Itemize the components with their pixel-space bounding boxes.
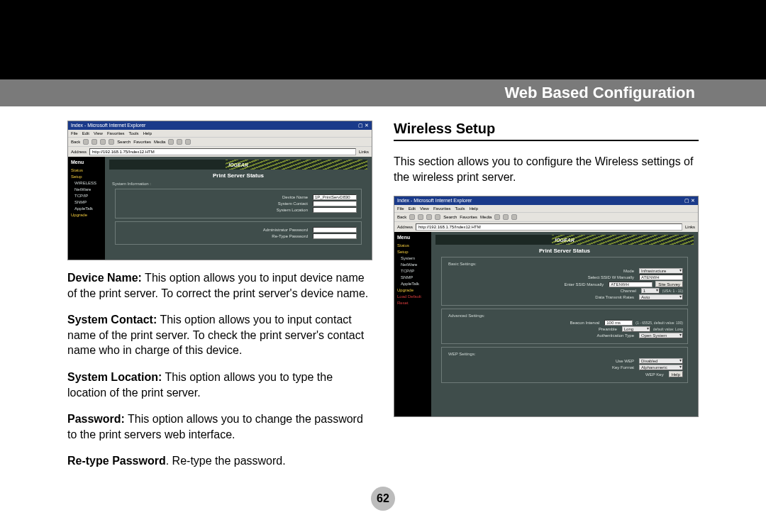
webpage-body: Menu Status Setup WIRELESS NetWare TCP/I…	[68, 157, 372, 260]
sidebar-snmp-r[interactable]: SNMP	[397, 275, 428, 279]
menu-favorites-r[interactable]: Favorites	[433, 206, 451, 211]
menu-file[interactable]: File	[71, 131, 78, 135]
right-column: Wireless Setup This section allows you t…	[394, 121, 699, 511]
site-survey-button[interactable]: Site Survey	[655, 281, 683, 287]
iogear-logo-r: IOGEAR	[435, 235, 694, 245]
select-mode[interactable]: Infrastructure	[639, 268, 683, 274]
wep-key-help-button[interactable]: Help	[669, 371, 683, 377]
toolbar-search-r[interactable]: Search	[443, 215, 457, 219]
toolbar-history-icon[interactable]	[168, 139, 174, 145]
select-key-format[interactable]: Alphanumeric	[639, 365, 683, 370]
sidebar-wireless[interactable]: WIRELESS	[71, 181, 102, 185]
system-information-fieldset: Device Name 1P_PrintServD830 System Cont…	[115, 189, 362, 218]
toolbar-mail-icon[interactable]	[177, 139, 182, 145]
links-label[interactable]: Links	[359, 150, 369, 154]
left-column: Index - Microsoft Internet Explorer ▢ ✕ …	[67, 121, 372, 511]
browser-titlebar: Index - Microsoft Internet Explorer ▢ ✕	[68, 121, 372, 130]
input-beacon-interval[interactable]: 100 ms	[604, 320, 633, 326]
select-preamble[interactable]: Long	[622, 326, 650, 332]
system-information-label: System Information :	[112, 182, 367, 186]
toolbar-home-icon-r[interactable]	[435, 214, 440, 220]
advanced-settings-label: Advanced Settings:	[446, 314, 487, 318]
toolbar-refresh-icon-r[interactable]	[426, 214, 432, 220]
toolbar-home-icon[interactable]	[109, 139, 114, 145]
toolbar-history-icon-r[interactable]	[494, 214, 500, 220]
toolbar-media-r[interactable]: Media	[480, 215, 492, 219]
toolbar-media[interactable]: Media	[154, 140, 165, 144]
label-channel: Channel	[446, 289, 638, 293]
toolbar-print-icon[interactable]	[185, 139, 191, 145]
input-device-name[interactable]: 1P_PrintServD830	[313, 194, 357, 200]
label-system-location: System Location	[120, 208, 310, 212]
sidebar-appletalk[interactable]: AppleTalk	[71, 206, 102, 211]
menu-edit[interactable]: Edit	[82, 131, 89, 135]
input-select-ssid[interactable]: ATENWH	[639, 275, 683, 280]
input-admin-password[interactable]	[313, 227, 357, 233]
menu-help[interactable]: Help	[143, 131, 152, 135]
menu-file-r[interactable]: File	[397, 206, 404, 211]
input-system-location[interactable]	[313, 207, 357, 213]
toolbar-search[interactable]: Search	[117, 140, 131, 144]
row-admin-password: Administrator Password	[120, 227, 357, 233]
sidebar-system-r[interactable]: System	[397, 256, 428, 260]
row-retype-password: Re-Type Password	[120, 233, 357, 239]
input-system-contact[interactable]	[313, 201, 357, 206]
links-label-r[interactable]: Links	[685, 225, 695, 229]
menu-view[interactable]: View	[94, 131, 103, 135]
toolbar-mail-icon-r[interactable]	[503, 214, 509, 220]
address-label: Address	[71, 150, 87, 154]
label-key-format: Key Format	[446, 365, 636, 370]
sidebar-upgrade[interactable]: Upgrade	[71, 213, 102, 217]
toolbar-forward-icon[interactable]	[83, 139, 89, 145]
toolbar-forward-icon-r[interactable]	[409, 214, 415, 220]
toolbar-refresh-icon[interactable]	[100, 139, 106, 145]
select-auth-type[interactable]: Open System	[639, 333, 683, 338]
toolbar-stop-icon-r[interactable]	[418, 214, 423, 220]
sidebar-status[interactable]: Status	[71, 168, 102, 172]
print-server-status-title: Print Server Status	[109, 172, 367, 179]
main-panel-r: IOGEAR Print Server Status Basic Setting…	[431, 232, 698, 416]
toolbar-print-icon-r[interactable]	[511, 214, 517, 220]
sidebar-reset[interactable]: Reset	[397, 301, 428, 305]
sidebar-tcpip[interactable]: TCP/IP	[71, 194, 102, 198]
sidebar-status-r[interactable]: Status	[397, 243, 428, 248]
sidebar-load-default[interactable]: Load Default	[397, 294, 428, 299]
sidebar-tcpip-r[interactable]: TCP/IP	[397, 269, 428, 273]
toolbar-favorites-r[interactable]: Favorites	[460, 215, 477, 219]
sidebar-upgrade-r[interactable]: Upgrade	[397, 288, 428, 292]
select-data-transmit-rates[interactable]: Auto	[639, 294, 683, 300]
left-doc-text: Device Name: This option allows you to i…	[67, 270, 372, 469]
row-enter-ssid: Enter SSID Manually ATENWH Site Survey	[446, 281, 683, 287]
sidebar-appletalk-r[interactable]: AppleTalk	[397, 282, 428, 286]
sidebar-r: Menu Status Setup System NetWare TCP/IP …	[394, 232, 431, 416]
menu-view-r[interactable]: View	[420, 206, 429, 211]
menu-tools-r[interactable]: Tools	[455, 206, 465, 211]
address-field[interactable]: http://192.168.1.75/Index12.HTM	[89, 148, 356, 155]
menu-edit-r[interactable]: Edit	[409, 206, 416, 211]
select-channel[interactable]: 1	[641, 288, 660, 294]
label-enter-ssid: Enter SSID Manually	[446, 282, 606, 287]
toolbar-back-r[interactable]: Back	[397, 215, 406, 219]
input-enter-ssid[interactable]: ATENWH	[609, 282, 653, 287]
row-data-transmit-rates: Data Transmit Rates Auto	[446, 294, 683, 300]
input-retype-password[interactable]	[313, 233, 357, 239]
advanced-settings-fieldset: Advanced Settings: Beacon Interval 100 m…	[441, 309, 688, 344]
sidebar-setup-r[interactable]: Setup	[397, 250, 428, 254]
toolbar-back[interactable]: Back	[71, 140, 80, 144]
select-use-wep[interactable]: Disabled	[639, 358, 683, 364]
menu-help-r[interactable]: Help	[470, 206, 478, 211]
toolbar-favorites[interactable]: Favorites	[133, 140, 151, 144]
label-beacon-interval: Beacon Interval	[446, 321, 601, 325]
para-retype-password: Re-type Password. Re-type the password.	[67, 453, 372, 469]
address-field-r[interactable]: http://192.168.1.75/Index12.HTM	[416, 223, 682, 231]
menu-tools[interactable]: Tools	[129, 131, 139, 135]
sidebar-snmp[interactable]: SNMP	[71, 200, 102, 204]
sidebar-netware[interactable]: NetWare	[71, 187, 102, 192]
sidebar-heading-r: Menu	[397, 235, 428, 240]
bold-system-contact: System Contact:	[67, 314, 157, 326]
sidebar-netware-r[interactable]: NetWare	[397, 262, 428, 267]
sidebar-setup[interactable]: Setup	[71, 174, 102, 179]
menu-favorites[interactable]: Favorites	[107, 131, 125, 135]
toolbar-stop-icon[interactable]	[91, 139, 97, 145]
row-beacon-interval: Beacon Interval 100 ms (1 - 65525, defau…	[446, 320, 683, 326]
